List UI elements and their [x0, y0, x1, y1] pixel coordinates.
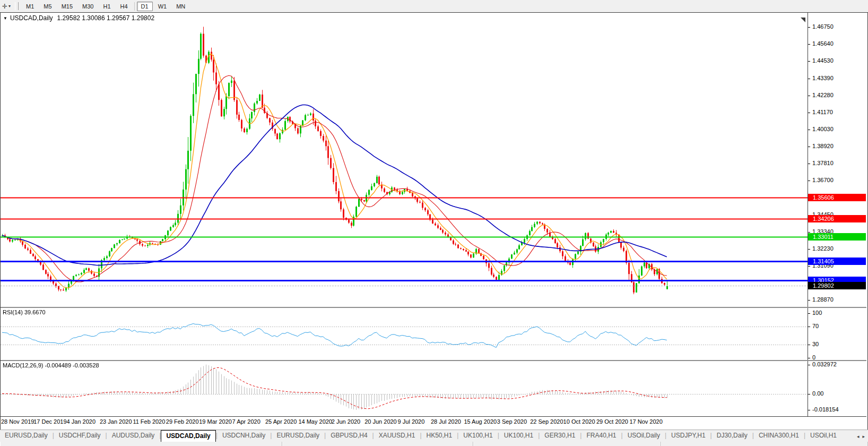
price-tick-label: 1.41170 [812, 109, 833, 115]
chart-tab-usdchf-daily[interactable]: USDCHF,Daily [54, 430, 106, 442]
date-axis[interactable]: 28 Nov 201917 Dec 20194 Jan 202023 Jan 2… [1, 417, 866, 428]
macd-plot-area[interactable]: MACD(12,26,9) -0.004489 -0.003528 [1, 361, 808, 416]
chart-tabs-bar: EURUSD,Daily|USDCHF,Daily|AUDUSD,Daily|U… [0, 430, 868, 442]
chart-tab-uk100-h1[interactable]: UK100,H1 [458, 430, 497, 442]
tab-scroll-right-icon[interactable]: ▸ [862, 434, 865, 439]
date-label: 14 May 2020 [298, 418, 332, 425]
collapse-chart-icon[interactable]: ▼ [3, 16, 7, 21]
date-label: 4 Jan 2020 [67, 418, 96, 425]
date-label: 28 Jul 2020 [431, 418, 461, 425]
price-tick-mark [808, 79, 810, 79]
chart-tab-uk100-h1[interactable]: UK100,H1 [499, 430, 538, 442]
price-tick-label: 1.43390 [812, 75, 834, 81]
timeframe-button-group: M1M5M15M30H1H4D1W1MN [21, 2, 190, 11]
chart-tab-usdjpy-h1[interactable]: USDJPY,H1 [666, 430, 710, 442]
date-label: 23 Jan 2020 [100, 418, 132, 425]
chart-tab-gbpusd-h4[interactable]: GBPUSD,H4 [326, 430, 372, 442]
macd-tick-mark [808, 410, 810, 410]
price-tick-mark [808, 113, 810, 113]
date-label: 25 Apr 2020 [265, 418, 297, 425]
timeframe-button-h4[interactable]: H4 [116, 2, 132, 11]
price-tick-mark [808, 61, 810, 62]
chart-window: ▼USDCAD,Daily1.29582 1.30086 1.29567 1.2… [0, 12, 868, 430]
toolbar-grip-handle[interactable] [15, 2, 19, 10]
timeframe-button-m1[interactable]: M1 [22, 2, 38, 11]
chart-tab-audusd-daily[interactable]: AUDUSD,Daily [107, 430, 160, 442]
toolbar-separator [134, 2, 135, 11]
chevron-down-icon[interactable]: ▾ [8, 4, 11, 8]
rsi-tick-mark [808, 358, 810, 358]
chart-tab-usdcad-daily[interactable]: USDCAD,Daily [161, 430, 215, 442]
price-tick-mark [808, 164, 810, 164]
macd-axis[interactable]: 0.0329720.00-0.018154 [808, 361, 866, 416]
price-tick-label: 1.40030 [812, 126, 834, 132]
tab-scroll-controls: ◂▸ [854, 430, 868, 442]
timeframe-button-w1[interactable]: W1 [154, 2, 171, 11]
timeframe-button-m15[interactable]: M15 [57, 2, 77, 11]
timeframe-button-d1[interactable]: D1 [137, 2, 153, 11]
tab-scroll-left-icon[interactable]: ◂ [857, 434, 860, 439]
date-label: 20 Jun 2020 [364, 418, 397, 425]
candlestick-chart-canvas[interactable] [1, 13, 808, 307]
date-label: 19 Mar 2020 [199, 418, 232, 425]
top-toolbar: ✛ ▾ M1M5M15M30H1H4D1W1MN [0, 0, 868, 13]
timeframe-button-h1[interactable]: H1 [99, 2, 115, 11]
chart-tab-eurusd-daily[interactable]: EURUSD,Daily [272, 430, 324, 442]
chart-tab-xauusd-h1[interactable]: XAUUSD,H1 [374, 430, 420, 442]
rsi-axis[interactable]: 10070300 [808, 308, 866, 360]
macd-tick-label: -0.018154 [812, 406, 839, 413]
price-tick-mark [808, 266, 810, 267]
macd-indicator-label: MACD(12,26,9) -0.004489 -0.003528 [3, 362, 99, 368]
chart-tab-hk50-h1[interactable]: HK50,H1 [422, 430, 457, 442]
rsi-tick-label: 70 [812, 323, 819, 329]
macd-chart-canvas[interactable] [1, 361, 808, 416]
price-tick-mark [808, 232, 810, 233]
macd-tick-label: 0.00 [812, 390, 823, 397]
chart-tab-dj30-daily[interactable]: DJ30,Daily [712, 430, 752, 442]
macd-tick-label: 0.032972 [812, 361, 837, 367]
timeframe-button-m30[interactable]: M30 [78, 2, 98, 11]
macd-pane: MACD(12,26,9) -0.004489 -0.003528 0.0329… [1, 361, 866, 416]
chart-tab-ger30-h1[interactable]: GER30,H1 [540, 430, 580, 442]
date-label: 9 Jul 2020 [398, 418, 425, 425]
rsi-indicator-label: RSI(14) 39.6670 [3, 309, 46, 315]
price-tick-mark [808, 300, 810, 301]
chart-shift-marker-icon[interactable] [801, 18, 805, 22]
timeframe-button-mn[interactable]: MN [172, 2, 189, 11]
status-bar [0, 442, 868, 446]
chart-tab-usoil-h1[interactable]: USOil,H1 [805, 430, 841, 442]
price-tick-label: 1.38920 [812, 143, 834, 149]
chart-tab-eurusd-daily[interactable]: EURUSD,Daily [0, 430, 53, 442]
macd-tick-mark [808, 394, 810, 394]
price-axis[interactable]: 1.467501.456401.445301.433901.422801.411… [808, 13, 866, 307]
status-cell [282, 442, 473, 446]
status-cell [473, 442, 661, 446]
price-level-label: 1.34206 [808, 215, 866, 222]
chart-tab-usdcnh-daily[interactable]: USDCNH,Daily [218, 430, 270, 442]
status-cell [0, 442, 282, 446]
date-label: 28 Nov 2019 [1, 418, 34, 425]
timeframe-button-m5[interactable]: M5 [39, 2, 56, 11]
price-level-label: 1.31405 [808, 258, 866, 265]
price-tick-label: 1.44530 [812, 57, 834, 64]
rsi-chart-canvas[interactable] [1, 308, 808, 360]
chart-ohlc-values: 1.29582 1.30086 1.29567 1.29802 [57, 14, 155, 22]
price-tick-label: 1.32230 [812, 245, 834, 252]
price-tick-label: 1.36700 [812, 177, 834, 183]
rsi-plot-area[interactable]: RSI(14) 39.6670 [1, 308, 808, 360]
current-price-label: 1.29802 [808, 282, 866, 289]
chart-symbol-label: USDCAD,Daily [10, 14, 53, 22]
main-plot-area[interactable]: ▼USDCAD,Daily1.29582 1.30086 1.29567 1.2… [1, 13, 808, 307]
chart-tab-usoil-daily[interactable]: USOil,Daily [623, 430, 665, 442]
date-label: 17 Nov 2020 [629, 418, 662, 425]
price-tick-mark [808, 181, 810, 181]
date-label: 15 Aug 2020 [464, 418, 497, 425]
price-level-label: 1.33011 [808, 233, 866, 241]
date-label: 29 Feb 2020 [166, 418, 199, 425]
date-label: 17 Dec 2019 [33, 418, 66, 425]
crosshair-cursor-tool[interactable]: ✛ ▾ [0, 3, 13, 10]
chart-tab-fra40-h1[interactable]: FRA40,H1 [581, 430, 621, 442]
date-label: 11 Feb 2020 [133, 418, 165, 425]
date-label: 3 Sep 2020 [497, 418, 527, 425]
chart-tab-china300-h1[interactable]: CHINA300,H1 [754, 430, 804, 442]
